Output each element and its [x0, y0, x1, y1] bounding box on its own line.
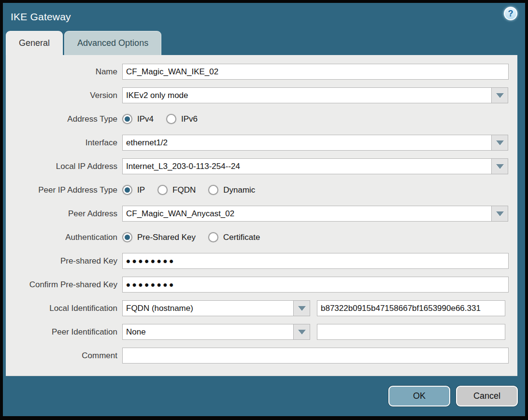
version-dropdown-button[interactable] [491, 87, 508, 103]
interface-label: Interface [6, 138, 122, 148]
psk-confirm-label: Confirm Pre-shared Key [6, 280, 122, 290]
peer-address-dropdown-button[interactable] [491, 206, 508, 222]
name-label: Name [6, 67, 122, 77]
tab-bar: General Advanced Options [3, 31, 525, 55]
radio-selected-icon[interactable] [122, 114, 132, 124]
chevron-down-icon [298, 306, 306, 311]
version-label: Version [6, 91, 122, 100]
address-type-radio-group: IPv4 IPv6 [122, 114, 198, 124]
psk-input[interactable] [122, 253, 509, 269]
authentication-radio-group: Pre-Shared Key Certificate [122, 232, 260, 242]
peer-address-row: Peer Address [6, 206, 517, 222]
title-bar: IKE Gateway ? [3, 3, 525, 31]
psk-label: Pre-shared Key [6, 256, 122, 266]
cancel-button[interactable]: Cancel [456, 386, 518, 406]
radio-selected-icon[interactable] [122, 185, 132, 195]
radio-unselected-icon[interactable] [208, 185, 218, 195]
version-row: Version [6, 87, 517, 103]
radio-option-label: Pre-Shared Key [137, 233, 196, 242]
general-tab-panel: Name Version Address Type IPv4 IPv6 [6, 55, 517, 376]
local-id-type-dropdown-button[interactable] [293, 300, 310, 316]
comment-input[interactable] [122, 348, 509, 364]
local-id-value-input[interactable] [317, 300, 505, 316]
interface-row: Interface [6, 135, 517, 151]
dialog-footer: OK Cancel [3, 376, 525, 416]
tab-general[interactable]: General [6, 31, 63, 55]
chevron-down-icon [496, 164, 504, 169]
radio-unselected-icon[interactable] [208, 232, 218, 242]
radio-unselected-icon[interactable] [166, 114, 176, 124]
peer-type-radio-group: IP FQDN Dynamic [122, 185, 255, 195]
radio-option-label: IP [137, 185, 145, 195]
comment-row: Comment [6, 348, 517, 364]
radio-option-label: FQDN [172, 185, 196, 195]
name-row: Name [6, 64, 517, 80]
peer-type-ip-option[interactable]: IP [122, 185, 145, 195]
chevron-down-icon [496, 140, 504, 145]
local-ip-row: Local IP Address [6, 158, 517, 174]
authentication-row: Authentication Pre-Shared Key Certificat… [6, 229, 517, 245]
radio-option-label: Certificate [223, 233, 260, 242]
peer-id-type-input[interactable] [122, 324, 294, 340]
local-ip-label: Local IP Address [6, 162, 122, 171]
help-icon[interactable]: ? [504, 7, 517, 20]
address-type-row: Address Type IPv4 IPv6 [6, 111, 517, 127]
name-input[interactable] [122, 64, 509, 80]
peer-id-value-input[interactable] [317, 324, 505, 340]
authentication-label: Authentication [6, 233, 122, 242]
comment-label: Comment [6, 351, 122, 361]
local-id-type-input[interactable] [122, 300, 294, 316]
peer-id-label: Peer Identification [6, 327, 122, 337]
peer-address-label: Peer Address [6, 209, 122, 219]
peer-type-label: Peer IP Address Type [6, 185, 122, 195]
ike-gateway-dialog: IKE Gateway ? General Advanced Options N… [0, 0, 528, 420]
peer-id-row: Peer Identification [6, 324, 517, 340]
psk-confirm-input[interactable] [122, 277, 509, 293]
interface-dropdown-button[interactable] [491, 135, 508, 151]
address-type-ipv6-option[interactable]: IPv6 [166, 114, 198, 124]
local-id-label: Local Identification [6, 304, 122, 313]
chevron-down-icon [496, 211, 504, 216]
local-id-row: Local Identification [6, 300, 517, 316]
radio-option-label: Dynamic [223, 185, 255, 195]
auth-pre-shared-key-option[interactable]: Pre-Shared Key [122, 232, 196, 242]
radio-option-label: IPv4 [137, 114, 154, 124]
chevron-down-icon [496, 93, 504, 98]
dialog-title: IKE Gateway [11, 11, 71, 23]
local-ip-dropdown-button[interactable] [491, 158, 508, 174]
interface-input[interactable] [122, 135, 492, 151]
local-ip-input[interactable] [122, 158, 492, 174]
chevron-down-icon [298, 330, 306, 335]
address-type-label: Address Type [6, 114, 122, 124]
tab-advanced-options[interactable]: Advanced Options [64, 31, 161, 55]
peer-id-type-dropdown-button[interactable] [293, 324, 310, 340]
peer-address-input[interactable] [122, 206, 492, 222]
address-type-ipv4-option[interactable]: IPv4 [122, 114, 154, 124]
psk-confirm-row: Confirm Pre-shared Key [6, 277, 517, 293]
peer-type-fqdn-option[interactable]: FQDN [157, 185, 196, 195]
radio-selected-icon[interactable] [122, 232, 132, 242]
version-input[interactable] [122, 87, 492, 103]
peer-type-row: Peer IP Address Type IP FQDN Dynamic [6, 182, 517, 198]
radio-option-label: IPv6 [181, 114, 198, 124]
peer-type-dynamic-option[interactable]: Dynamic [208, 185, 255, 195]
auth-certificate-option[interactable]: Certificate [208, 232, 260, 242]
ok-button[interactable]: OK [388, 386, 450, 406]
psk-row: Pre-shared Key [6, 253, 517, 269]
radio-unselected-icon[interactable] [157, 185, 168, 195]
